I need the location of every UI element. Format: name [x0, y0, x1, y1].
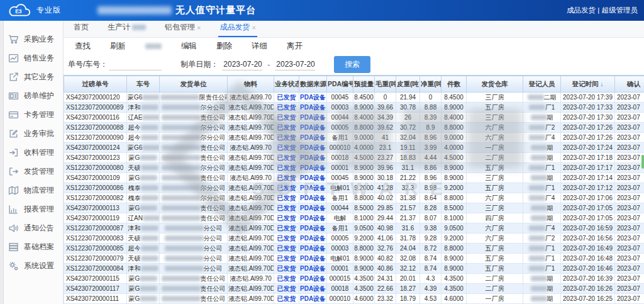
toolbar-button-3[interactable] [145, 42, 162, 50]
tab-close-icon[interactable]: × [252, 24, 255, 31]
sidebar-item-4[interactable]: 磅单维护 [0, 86, 63, 105]
tab-1[interactable]: 首页 [72, 22, 90, 37]
sidebar-item-1[interactable]: 采购业务 [0, 30, 63, 48]
order-vehicle-input[interactable] [109, 59, 162, 70]
table-row[interactable]: XS4230720000111蒙G责任公司液态铝.Al99.70DT已发货PDA… [64, 294, 644, 304]
search-button[interactable]: 搜索 [334, 56, 370, 73]
vehicle-redacted [141, 256, 158, 261]
tab-label: 首页 [74, 22, 89, 33]
date-from-field[interactable]: 2023-07-20 [222, 59, 262, 70]
column-header-5[interactable]: 业务状态 [274, 76, 299, 93]
sidebar-item-11[interactable]: 通知公告 [0, 218, 63, 237]
cell-weigh-no: XS12230720000079 [64, 254, 127, 264]
cell-material: 液态铝.Al99.70DT [228, 254, 274, 264]
tab-2[interactable]: 生产计 [106, 22, 147, 37]
sidebar-item-5[interactable]: 卡务管理 [0, 105, 63, 124]
cell-weigh-no: XS12230720000083 [64, 234, 127, 244]
tab-close-icon[interactable]: × [197, 24, 201, 31]
sidebar-item-7[interactable]: 收料管理 [0, 143, 63, 162]
cell-vehicle: 辽AE [127, 113, 160, 123]
company-redacted [160, 94, 199, 100]
cell-material: 液态铝.Al99.70DT [228, 133, 274, 143]
cell-reg-time: 2023-07-20 17:39 [561, 93, 615, 103]
sidebar-item-12[interactable]: 基础档案 [0, 237, 63, 256]
table-row[interactable]: XS4230720000124蒙G6责任公司液态铝.Al99.70已发货PDA设… [64, 143, 644, 153]
table-row[interactable]: XS4230720000109蒙G责任公司液态铝.Al99.70已发货PDA设备… [64, 173, 644, 183]
toolbar-button-2[interactable]: 刷新 [110, 41, 126, 52]
table-row[interactable]: XS12230720000086槐泰尔分公司液态铝.Al99.70DT已发货PD… [64, 183, 644, 193]
column-header-12[interactable]: 件数 [441, 76, 467, 93]
cell-status: 已发货 [274, 284, 299, 294]
column-header-8[interactable]: 预提量( [353, 76, 375, 93]
cell-net: 8.9 [420, 123, 441, 133]
table-row[interactable]: XS12230720000083天硕分公司液态铝.Al99.70DT已发货PDA… [64, 234, 644, 244]
column-header-10[interactable]: 皮重(吨 [396, 76, 420, 93]
sidebar-item-13[interactable]: 系统设置 [0, 256, 63, 275]
cell-vehicle: 蒙G6 [127, 93, 160, 103]
column-header-16[interactable]: 确认 [615, 76, 644, 93]
sidebar-item-label: 业务审批 [24, 128, 54, 139]
column-header-3[interactable]: 发货单位 [160, 76, 228, 93]
toolbar-button-6[interactable]: 详细 [252, 41, 267, 52]
cell-net: 9.28 [420, 234, 441, 244]
user-info[interactable]: 成品发货 | 超级管理员 [567, 6, 638, 15]
table-row[interactable]: XS12230720000089津和尔分公司液态铝.Al99.70DT已发货PD… [64, 103, 644, 113]
sidebar-collapse-strip[interactable] [0, 21, 4, 304]
table-row[interactable]: XS4230720000119辽AN责任公司液态铝.Al99.70DT已发货PD… [64, 213, 644, 223]
table-row[interactable]: XS4230720000117蒙G责任公司液态铝.Al99.70DT已发货PDA… [64, 284, 644, 294]
sidebar-item-8[interactable]: 发货管理 [0, 162, 63, 181]
column-header-1[interactable]: 过磅单号 [64, 76, 127, 93]
column-header-4[interactable]: 物料 [228, 76, 274, 93]
column-header-14[interactable]: 登记人员 [523, 76, 561, 93]
column-header-13[interactable]: 发货仓库 [467, 76, 523, 93]
table-row[interactable]: XS12230720000080天硕尔分公司液态铝.Al99.70DT已发货PD… [64, 163, 644, 173]
column-header-2[interactable]: 车号 [127, 76, 160, 93]
cell-confirm-time: 2023-07 [615, 173, 644, 183]
table-row[interactable]: XS12230720000084津和分公司液态铝.Al99.70DT已发货PDA… [64, 264, 644, 274]
toolbar-button-4[interactable]: 编辑 [181, 41, 197, 52]
vehicle-redacted [140, 296, 157, 301]
table-row[interactable]: XS12230720000085超今分公司液态铝.Al99.70DT已发货PDA… [64, 244, 644, 254]
cell-net: 4.39 [420, 284, 441, 294]
cell-net: 0 [420, 93, 441, 103]
cell-gross: 39.96 [375, 163, 396, 173]
cell-registrar: 二期 [523, 93, 561, 103]
sidebar-item-10[interactable]: 报表管理 [0, 200, 63, 218]
sidebar-item-2[interactable]: 销售业务 [0, 48, 63, 67]
table-row[interactable]: XS12230720000088超今尔分公司液态铝.Al99.70DT已发货PD… [64, 123, 644, 133]
cell-source: PDA设备 [299, 223, 327, 234]
toolbar-button-1[interactable]: 查找 [75, 41, 91, 52]
cell-source: PDA设备 [299, 123, 327, 133]
table-row[interactable]: XS4230720000113蒙G责任公司液态铝.Al99.70DT已发货PDA… [64, 203, 644, 213]
table-row[interactable]: XS12230720000082槐泰尔分公司液态铝.Al99.70DT已发货PD… [64, 193, 644, 203]
tab-3[interactable]: 铝包管理× [164, 22, 202, 37]
table-row[interactable]: XS4230720000120蒙G6限责任公司液态铝.Al99.70已发货PDA… [64, 93, 644, 103]
column-header-7[interactable]: PDA编号 [327, 76, 353, 93]
date-to-field[interactable]: 2023-07-20 [275, 59, 315, 70]
table-row[interactable]: XS12230720000079天硕分公司液态铝.Al99.70DT已发货PDA… [64, 254, 644, 264]
cell-source: PDA设备 [299, 133, 327, 143]
sidebar-item-9[interactable]: 物流管理 [0, 181, 63, 200]
vertical-scrollbar-thumb[interactable] [641, 155, 644, 169]
toolbar-button-7[interactable]: 离开 [287, 41, 303, 52]
report-chart-icon [8, 204, 19, 215]
vehicle-redacted [141, 235, 158, 241]
cell-source: PDA设备 [299, 294, 327, 304]
table-row[interactable]: XS4230720000123蒙G责任公司液态铝.Al99.70DT已发货PDA… [64, 153, 644, 163]
column-header-9[interactable]: 毛重(吨 [375, 76, 396, 93]
cell-pre-quantity: 9.0000 [353, 133, 375, 143]
table-row[interactable]: XS4230720000116辽AE责任公司液态铝.Al99.70DT已发货PD… [64, 113, 644, 123]
table-row[interactable]: XS12230720000090超今尔分公司液态铝.Al99.70DT已发货PD… [64, 133, 644, 143]
tab-4[interactable]: 成品发货× [218, 22, 257, 37]
cell-vehicle: 蒙G [127, 284, 160, 294]
table-row[interactable]: XS4230720000115蒙G责任公司液态铝.Al99.70已发货PDA设备… [64, 274, 644, 284]
sidebar-item-6[interactable]: 业务审批 [0, 124, 63, 143]
sidebar-item-3[interactable]: 其它业务 [0, 67, 63, 86]
table-row[interactable]: XS12230720000087津和分公司液态铝.Al99.70DT已发货PDA… [64, 223, 644, 234]
column-header-15[interactable]: 登记时间 ↓ [561, 76, 615, 93]
column-header-11[interactable]: 净重(吨 [420, 76, 441, 93]
cell-source: PDA设备 [299, 113, 327, 123]
toolbar-button-5[interactable]: 删除 [216, 41, 232, 52]
filter-bar: 单号/车号： 制单日期： 2023-07-20 - 2023-07-20 搜索 [64, 54, 644, 75]
column-header-6[interactable]: 数据来源 [299, 76, 327, 93]
